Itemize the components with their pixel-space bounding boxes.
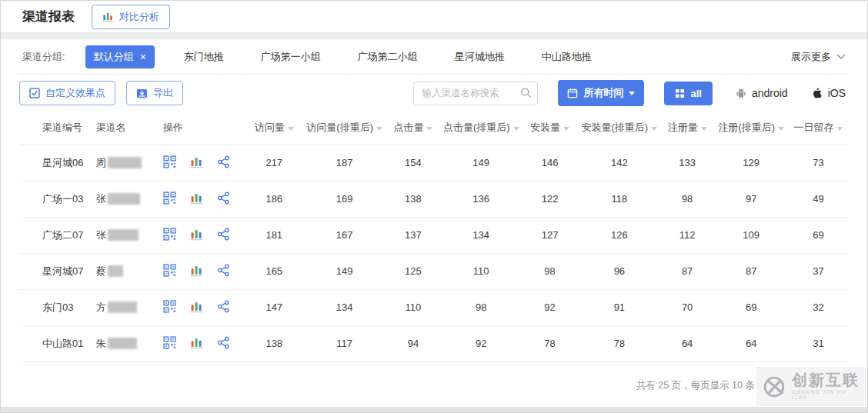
sort-icon[interactable]: [651, 125, 657, 131]
bar-chart-icon[interactable]: [190, 264, 203, 277]
channel-id-cell: 东门03: [19, 289, 96, 325]
qrcode-icon[interactable]: [163, 300, 176, 313]
metric-cell: 136: [441, 181, 521, 217]
group-tab-4[interactable]: 中山路地推: [542, 50, 592, 64]
qrcode-icon[interactable]: [163, 336, 176, 349]
channel-name-text: 蔡: [96, 265, 106, 278]
channel-name-cell: 张: [96, 217, 163, 253]
metric-cell: 125: [386, 253, 442, 289]
table-row: 星河城07蔡 1651491251109896878737: [19, 253, 849, 289]
group-tab-1[interactable]: 广场第一小组: [261, 50, 321, 64]
apple-icon: [811, 87, 823, 99]
metric-cell: 138: [386, 181, 442, 217]
channel-name-text: 朱: [96, 337, 106, 351]
bar-chart-icon[interactable]: [190, 336, 203, 349]
caret-down-icon: [629, 92, 635, 95]
custom-effect-points-button[interactable]: 自定义效果点: [19, 81, 115, 105]
bottom-edge: [1, 407, 867, 412]
bar-chart-icon[interactable]: [190, 228, 203, 241]
metric-cell: 129: [714, 145, 788, 181]
bar-chart-icon[interactable]: [190, 155, 203, 168]
group-tab-3[interactable]: 星河城地推: [455, 50, 505, 64]
qrcode-icon[interactable]: [163, 192, 176, 205]
sort-icon[interactable]: [288, 125, 294, 131]
column-header-9[interactable]: 注册量: [660, 112, 715, 145]
metric-cell: 181: [245, 217, 304, 253]
metric-cell: 91: [579, 289, 660, 325]
share-icon[interactable]: [217, 336, 230, 349]
sort-icon[interactable]: [563, 125, 569, 131]
column-label: 渠道名: [96, 121, 126, 135]
metric-cell: 49: [788, 181, 849, 217]
checkbox-icon: [29, 88, 40, 98]
table-row: 星河城06周 21718715414914614213312973: [19, 145, 849, 181]
channel-name-cell: 方: [96, 289, 163, 325]
sort-icon[interactable]: [778, 125, 784, 131]
platform-all-button[interactable]: all: [664, 82, 712, 105]
column-label: 访问量: [255, 121, 285, 135]
sort-icon[interactable]: [376, 125, 382, 131]
sort-icon[interactable]: [836, 125, 843, 131]
metric-cell: 187: [304, 145, 386, 181]
qrcode-icon[interactable]: [163, 228, 176, 241]
column-header-11[interactable]: 一日留存: [788, 112, 849, 145]
sort-icon[interactable]: [426, 125, 432, 131]
metric-cell: 133: [660, 145, 715, 181]
metric-cell: 64: [660, 325, 715, 361]
channel-report-page: 渠道报表 对比分析 渠道分组: 默认分组 × 东门地推广场第一小组广场第二小组星…: [0, 0, 868, 413]
row-actions-cell: [163, 217, 245, 253]
group-tab-0[interactable]: 东门地推: [184, 50, 224, 64]
redacted-name-block: [108, 301, 137, 313]
metric-cell: 149: [304, 253, 386, 289]
platform-android-button[interactable]: android: [736, 87, 788, 99]
show-more-toggle[interactable]: 展示更多: [791, 50, 846, 64]
export-button[interactable]: 导出: [126, 81, 183, 105]
channel-search: [413, 82, 538, 105]
share-icon[interactable]: [217, 155, 230, 168]
column-header-6[interactable]: 点击量(排重后): [441, 112, 521, 145]
grid-icon: [675, 88, 685, 98]
search-icon[interactable]: [520, 87, 532, 98]
table-row: 中山路01朱 13811794927878646431: [19, 325, 849, 361]
metric-cell: 73: [788, 145, 849, 181]
bar-chart-icon[interactable]: [190, 192, 203, 205]
bar-chart-icon[interactable]: [190, 300, 203, 313]
compare-analysis-button[interactable]: 对比分析: [92, 5, 170, 29]
redacted-name-block: [108, 193, 140, 205]
sort-icon[interactable]: [513, 125, 519, 131]
share-icon[interactable]: [217, 300, 230, 313]
column-header-10[interactable]: 注册(排重后): [714, 112, 788, 145]
remove-group-icon[interactable]: ×: [140, 52, 146, 62]
channel-search-input[interactable]: [413, 82, 538, 105]
group-tab-list: 东门地推广场第一小组广场第二小组星河城地推中山路地推: [184, 50, 791, 64]
column-header-5[interactable]: 点击量: [386, 112, 442, 145]
metric-cell: 64: [714, 325, 788, 361]
column-label: 操作: [163, 121, 183, 135]
column-header-7[interactable]: 安装量: [521, 112, 579, 145]
sort-icon[interactable]: [701, 125, 707, 131]
share-icon[interactable]: [217, 192, 230, 205]
platform-ios-label: iOS: [828, 87, 846, 99]
qrcode-icon[interactable]: [163, 155, 176, 168]
metric-cell: 87: [714, 253, 788, 289]
column-label: 一日留存: [793, 121, 833, 135]
page-title: 渠道报表: [22, 8, 75, 25]
column-header-8[interactable]: 安装量(排重后): [579, 112, 660, 145]
title-bar: 渠道报表 对比分析: [1, 1, 867, 32]
metric-cell: 217: [245, 145, 304, 181]
share-icon[interactable]: [217, 228, 230, 241]
group-filter-label: 渠道分组:: [22, 50, 65, 64]
table-row: 广场二07张 18116713713412712611210969: [19, 217, 849, 253]
column-header-4[interactable]: 访问量(排重后): [304, 112, 386, 145]
redacted-name-block: [108, 265, 123, 277]
qrcode-icon[interactable]: [163, 264, 176, 277]
time-filter-button[interactable]: 所有时间: [558, 80, 644, 106]
column-header-3[interactable]: 访问量: [245, 112, 304, 145]
watermark: 创新互联 CHUANG XIN HU LIAN: [756, 367, 866, 406]
platform-ios-button[interactable]: iOS: [811, 87, 846, 99]
share-icon[interactable]: [217, 264, 230, 277]
redacted-name-block: [108, 157, 142, 168]
selected-group-tag[interactable]: 默认分组 ×: [85, 45, 155, 68]
group-tab-2[interactable]: 广场第二小组: [358, 50, 418, 64]
chevron-down-icon: [836, 54, 846, 60]
